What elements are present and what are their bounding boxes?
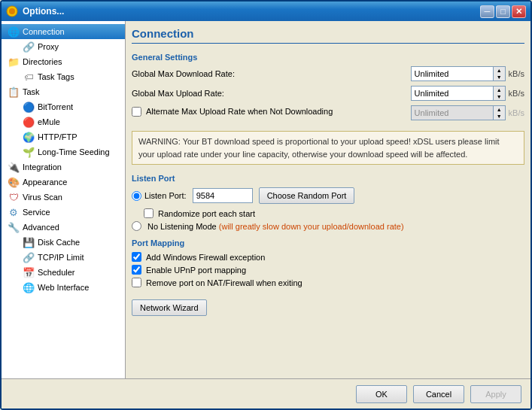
remove-port-label: Remove port on NAT/Firewall when exiting bbox=[146, 278, 302, 287]
apply-button[interactable]: Apply bbox=[470, 385, 521, 403]
sidebar: 🌐 Connection 🔗 Proxy 📁 Directories 🏷 Tas… bbox=[2, 21, 126, 378]
sidebar-item-scheduler[interactable]: 📅 Scheduler bbox=[2, 265, 125, 280]
options-window: Options... ─ □ ✕ 🌐 Connection 🔗 Proxy 📁 … bbox=[0, 0, 532, 410]
network-wizard-row: Network Wizard bbox=[132, 299, 524, 316]
network-wizard-button[interactable]: Network Wizard bbox=[132, 299, 207, 316]
firewall-checkbox-row: Add Windows Firewall exception bbox=[132, 252, 524, 262]
sidebar-item-bittorrent[interactable]: 🔵 BitTorrent bbox=[2, 99, 125, 114]
bittorrent-icon: 🔵 bbox=[23, 101, 35, 113]
svg-point-1 bbox=[9, 8, 15, 14]
sidebar-item-advanced[interactable]: 🔧 Advanced bbox=[2, 220, 125, 235]
alt-upload-up-arrow[interactable]: ▲ bbox=[494, 106, 505, 113]
firewall-checkbox[interactable] bbox=[132, 252, 141, 262]
general-settings-label: General Settings bbox=[132, 53, 524, 62]
minimize-button[interactable]: ─ bbox=[480, 5, 494, 18]
no-listen-label: No Listening Mode (will greatly slow dow… bbox=[147, 222, 404, 231]
listen-port-input[interactable] bbox=[193, 188, 253, 203]
advanced-icon: 🔧 bbox=[8, 221, 20, 233]
download-rate-spinbox: ▲ ▼ bbox=[411, 66, 506, 81]
service-icon: ⚙ bbox=[8, 206, 20, 218]
upload-rate-input[interactable] bbox=[411, 86, 494, 101]
upload-rate-down-arrow[interactable]: ▼ bbox=[494, 93, 505, 100]
sidebar-item-service[interactable]: ⚙ Service bbox=[2, 205, 125, 220]
firewall-label: Add Windows Firewall exception bbox=[146, 253, 265, 262]
tcp-ip-limit-icon: 🔗 bbox=[23, 251, 35, 263]
web-interface-icon: 🌐 bbox=[23, 281, 35, 293]
sidebar-label-proxy: Proxy bbox=[38, 42, 59, 51]
directories-icon: 📁 bbox=[8, 56, 20, 68]
no-listen-radio[interactable] bbox=[132, 221, 141, 231]
listen-port-row: Listen Port: Choose Random Port bbox=[132, 187, 524, 204]
sidebar-item-integration[interactable]: 🔌 Integration bbox=[2, 159, 125, 175]
sidebar-label-service: Service bbox=[23, 208, 50, 217]
upload-rate-up-arrow[interactable]: ▲ bbox=[494, 87, 505, 93]
upload-rate-unit: kB/s bbox=[509, 89, 524, 98]
sidebar-label-emule: eMule bbox=[38, 117, 60, 126]
sidebar-label-scheduler: Scheduler bbox=[38, 268, 75, 277]
virus-scan-icon: 🛡 bbox=[8, 191, 20, 203]
sidebar-label-web-interface: Web Interface bbox=[38, 283, 89, 292]
window-icon bbox=[6, 5, 18, 17]
alt-upload-checkbox-row: Alternate Max Upload Rate when Not Downl… bbox=[132, 107, 411, 117]
sidebar-label-tcp-ip-limit: TCP/IP Limit bbox=[38, 253, 84, 262]
right-panel: Connection General Settings Global Max D… bbox=[126, 21, 530, 378]
long-time-seeding-icon: 🌱 bbox=[23, 146, 35, 158]
remove-port-checkbox[interactable] bbox=[132, 278, 141, 287]
task-tags-icon: 🏷 bbox=[23, 71, 35, 83]
alt-upload-rate-row: Alternate Max Upload Rate when Not Downl… bbox=[132, 105, 524, 120]
sidebar-label-disk-cache: Disk Cache bbox=[38, 238, 80, 247]
alt-upload-label: Alternate Max Upload Rate when Not Downl… bbox=[146, 107, 333, 116]
alt-upload-input[interactable] bbox=[411, 105, 494, 120]
proxy-icon: 🔗 bbox=[23, 41, 35, 53]
close-button[interactable]: ✕ bbox=[512, 5, 526, 18]
upload-rate-spinbox: ▲ ▼ bbox=[411, 86, 506, 101]
sidebar-item-connection[interactable]: 🌐 Connection bbox=[2, 24, 125, 39]
main-content: 🌐 Connection 🔗 Proxy 📁 Directories 🏷 Tas… bbox=[2, 21, 530, 378]
sidebar-item-emule[interactable]: 🔴 eMule bbox=[2, 114, 125, 129]
sidebar-item-http-ftp[interactable]: 🌍 HTTP/FTP bbox=[2, 129, 125, 144]
download-rate-row: Global Max Download Rate: ▲ ▼ kB/s bbox=[132, 66, 524, 81]
remove-port-checkbox-row: Remove port on NAT/Firewall when exiting bbox=[132, 278, 524, 287]
no-listen-row: No Listening Mode (will greatly slow dow… bbox=[132, 221, 524, 231]
upnp-label: Enable UPnP port mapping bbox=[146, 266, 246, 275]
sidebar-item-directories[interactable]: 📁 Directories bbox=[2, 54, 125, 69]
title-bar: Options... ─ □ ✕ bbox=[2, 2, 530, 21]
panel-title: Connection bbox=[132, 27, 524, 44]
sidebar-item-web-interface[interactable]: 🌐 Web Interface bbox=[2, 280, 125, 295]
ok-button[interactable]: OK bbox=[356, 385, 407, 403]
sidebar-item-disk-cache[interactable]: 💾 Disk Cache bbox=[2, 235, 125, 250]
upnp-checkbox-row: Enable UPnP port mapping bbox=[132, 265, 524, 275]
listen-port-radio[interactable] bbox=[132, 191, 141, 201]
listen-port-label: Listen Port: bbox=[144, 191, 187, 200]
listen-port-section-label: Listen Port bbox=[132, 174, 524, 183]
scheduler-icon: 📅 bbox=[23, 266, 35, 278]
cancel-button[interactable]: Cancel bbox=[413, 385, 464, 403]
upnp-checkbox[interactable] bbox=[132, 265, 141, 275]
sidebar-item-tcp-ip-limit[interactable]: 🔗 TCP/IP Limit bbox=[2, 250, 125, 265]
sidebar-label-bittorrent: BitTorrent bbox=[38, 102, 73, 111]
sidebar-item-proxy[interactable]: 🔗 Proxy bbox=[2, 39, 125, 54]
randomize-port-checkbox[interactable] bbox=[144, 208, 154, 218]
sidebar-item-virus-scan[interactable]: 🛡 Virus Scan bbox=[2, 190, 125, 205]
sidebar-item-appearance[interactable]: 🎨 Appearance bbox=[2, 175, 125, 190]
sidebar-item-long-time-seeding[interactable]: 🌱 Long-Time Seeding bbox=[2, 144, 125, 159]
port-mapping-section-label: Port Mapping bbox=[132, 238, 524, 248]
sidebar-label-http-ftp: HTTP/FTP bbox=[38, 132, 78, 141]
alt-upload-down-arrow[interactable]: ▼ bbox=[494, 113, 505, 120]
window-title: Options... bbox=[23, 6, 480, 17]
choose-random-port-button[interactable]: Choose Random Port bbox=[259, 187, 355, 204]
download-rate-arrows: ▲ ▼ bbox=[494, 66, 506, 81]
maximize-button[interactable]: □ bbox=[496, 5, 510, 18]
sidebar-item-task[interactable]: 📋 Task bbox=[2, 84, 125, 99]
sidebar-item-task-tags[interactable]: 🏷 Task Tags bbox=[2, 69, 125, 84]
download-rate-input[interactable] bbox=[411, 66, 494, 81]
sidebar-label-directories: Directories bbox=[23, 57, 62, 66]
sidebar-label-integration: Integration bbox=[23, 162, 62, 172]
alt-upload-checkbox[interactable] bbox=[132, 107, 141, 117]
emule-icon: 🔴 bbox=[23, 116, 35, 128]
sidebar-label-virus-scan: Virus Scan bbox=[23, 193, 62, 202]
sidebar-label-advanced: Advanced bbox=[23, 223, 59, 232]
download-rate-up-arrow[interactable]: ▲ bbox=[494, 67, 505, 74]
download-rate-down-arrow[interactable]: ▼ bbox=[494, 74, 505, 80]
download-rate-unit: kB/s bbox=[509, 69, 524, 78]
